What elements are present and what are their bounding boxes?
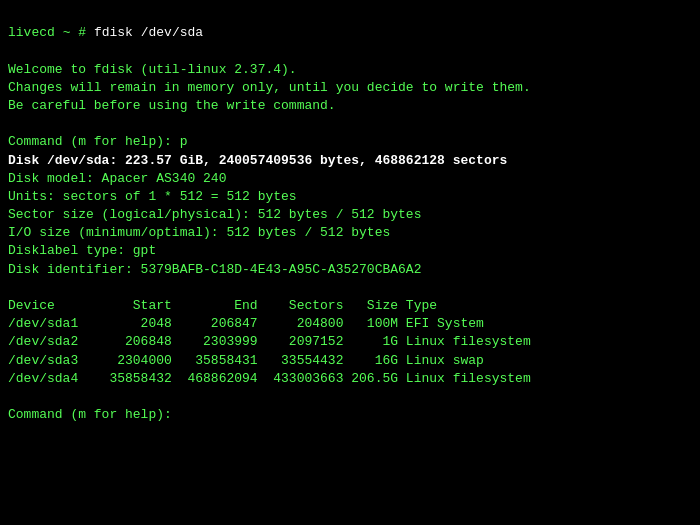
prompt-line: livecd ~ # fdisk /dev/sda (8, 25, 203, 40)
output-command-prompt: Command (m for help): (8, 407, 180, 422)
output-sda4: /dev/sda4 35858432 468862094 433003663 2… (8, 371, 531, 386)
output-io-size: I/O size (minimum/optimal): 512 bytes / … (8, 225, 390, 240)
output-sector-size: Sector size (logical/physical): 512 byte… (8, 207, 421, 222)
output-units: Units: sectors of 1 * 512 = 512 bytes (8, 189, 297, 204)
output-sda1: /dev/sda1 2048 206847 204800 100M EFI Sy… (8, 316, 484, 331)
output-disk-info: Disk /dev/sda: 223.57 GiB, 240057409536 … (8, 153, 507, 168)
output-table-header: Device Start End Sectors Size Type (8, 298, 437, 313)
output-blank-3 (8, 389, 16, 404)
terminal-window[interactable]: livecd ~ # fdisk /dev/sda Welcome to fdi… (0, 0, 700, 525)
output-blank-1 (8, 116, 16, 131)
output-line-blank (8, 43, 16, 58)
output-sda3: /dev/sda3 2304000 35858431 33554432 16G … (8, 353, 484, 368)
output-disk-model: Disk model: Apacer AS340 240 (8, 171, 226, 186)
output-welcome-3: Be careful before using the write comman… (8, 98, 336, 113)
output-welcome-1: Welcome to fdisk (util-linux 2.37.4). (8, 62, 297, 77)
output-command-p: Command (m for help): p (8, 134, 187, 149)
output-blank-2 (8, 280, 16, 295)
output-disk-id: Disk identifier: 5379BAFB-C18D-4E43-A95C… (8, 262, 421, 277)
output-disklabel: Disklabel type: gpt (8, 243, 156, 258)
output-welcome-2: Changes will remain in memory only, unti… (8, 80, 531, 95)
output-sda2: /dev/sda2 206848 2303999 2097152 1G Linu… (8, 334, 531, 349)
